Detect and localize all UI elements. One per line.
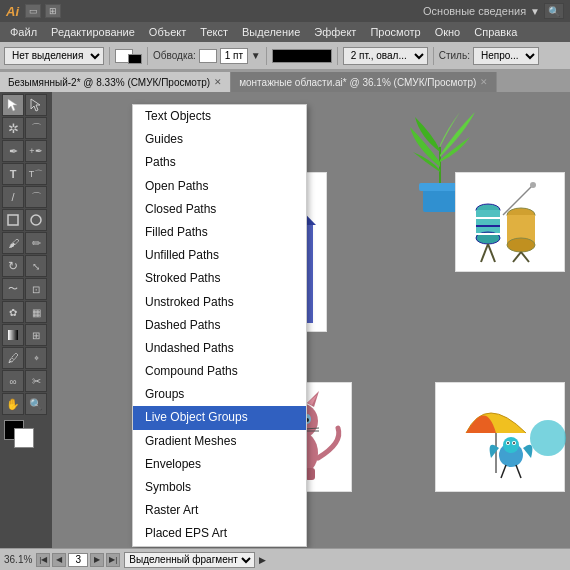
dropdown-item-16[interactable]: Symbols [133, 476, 306, 499]
tab-0-close[interactable]: ✕ [214, 77, 222, 87]
stroke-preview-swatch [272, 49, 332, 63]
prev-page-button[interactable]: ◀ [52, 553, 66, 567]
tab-bar: Безымянный-2* @ 8.33% (СМУК/Просмотр) ✕ … [0, 70, 570, 92]
tool-brush[interactable]: 🖌 [2, 232, 24, 254]
tab-0-label: Безымянный-2* @ 8.33% (СМУК/Просмотр) [8, 77, 210, 88]
dropdown-item-18[interactable]: Placed EPS Art [133, 522, 306, 545]
tool-select[interactable] [2, 94, 24, 116]
stroke-color-swatch-panel[interactable] [14, 428, 34, 448]
menu-effect[interactable]: Эффект [308, 24, 362, 40]
tool-row-1 [2, 94, 50, 116]
tool-panel: ✲ ⌒ ✒ +✒ T T⌒ / ⌒ 🖌 ✏ ↻ ⤡ [0, 92, 52, 548]
canvas-area[interactable]: Text Objects Guides Paths Open Paths Clo… [52, 92, 570, 548]
tool-direct-select[interactable] [25, 94, 47, 116]
dropdown-item-4[interactable]: Closed Paths [133, 198, 306, 221]
tool-line[interactable]: / [2, 186, 24, 208]
tool-lasso[interactable]: ⌒ [25, 117, 47, 139]
dropdown-item-2[interactable]: Paths [133, 151, 306, 174]
tool-pencil[interactable]: ✏ [25, 232, 47, 254]
tool-hand[interactable]: ✋ [2, 393, 24, 415]
menu-view[interactable]: Просмотр [364, 24, 426, 40]
dropdown-item-12[interactable]: Groups [133, 383, 306, 406]
dropdown-item-15[interactable]: Envelopes [133, 453, 306, 476]
main-area: ✲ ⌒ ✒ +✒ T T⌒ / ⌒ 🖌 ✏ ↻ ⤡ [0, 92, 570, 548]
style-dropdown[interactable]: Непро... [473, 47, 539, 65]
tool-ellipse[interactable] [25, 209, 47, 231]
stroke-swatch[interactable] [128, 54, 142, 64]
tool-area-type[interactable]: T⌒ [25, 163, 47, 185]
tool-magic-wand[interactable]: ✲ [2, 117, 24, 139]
dropdown-list[interactable]: Text Objects Guides Paths Open Paths Clo… [132, 104, 307, 547]
dropdown-item-13[interactable]: Live Object Groups [133, 406, 306, 429]
dropdown-arrow[interactable]: ▼ [530, 6, 540, 17]
tool-row-8: ↻ ⤡ [2, 255, 50, 277]
svg-point-14 [507, 238, 535, 252]
tab-1[interactable]: монтажные области.ai* @ 36.1% (СМУК/Прос… [231, 72, 497, 92]
svg-line-15 [481, 244, 488, 262]
menu-select[interactable]: Выделение [236, 24, 306, 40]
tool-scale[interactable]: ⤡ [25, 255, 47, 277]
title-bar: Ai ▭ ⊞ Основные сведения ▼ 🔍 [0, 0, 570, 22]
dropdown-item-7[interactable]: Stroked Paths [133, 267, 306, 290]
menu-object[interactable]: Объект [143, 24, 192, 40]
status-mode-dropdown[interactable]: Выделенный фрагмент [124, 552, 255, 568]
dots-dropdown[interactable]: 2 пт., овал... [343, 47, 428, 65]
menu-window[interactable]: Окно [429, 24, 467, 40]
tool-measure[interactable]: ⌖ [25, 347, 47, 369]
tb-icon-2[interactable]: ⊞ [45, 4, 61, 18]
tool-rotate[interactable]: ↻ [2, 255, 24, 277]
tool-symbol[interactable]: ✿ [2, 301, 24, 323]
svg-line-55 [516, 465, 521, 478]
search-button[interactable]: 🔍 [544, 3, 564, 19]
tab-1-close[interactable]: ✕ [480, 77, 488, 87]
stroke-arrow[interactable]: ▼ [251, 50, 261, 61]
menu-bar: Файл Редактирование Объект Текст Выделен… [0, 22, 570, 42]
status-bar: 36.1% |◀ ◀ ▶ ▶| Выделенный фрагмент ▶ [0, 548, 570, 570]
tool-free-transform[interactable]: ⊡ [25, 278, 47, 300]
menu-edit[interactable]: Редактирование [45, 24, 141, 40]
tab-0[interactable]: Безымянный-2* @ 8.33% (СМУК/Просмотр) ✕ [0, 72, 231, 92]
tool-row-3: ✒ +✒ [2, 140, 50, 162]
selection-dropdown[interactable]: Нет выделения [4, 47, 104, 65]
first-page-button[interactable]: |◀ [36, 553, 50, 567]
menu-help[interactable]: Справка [468, 24, 523, 40]
dropdown-item-9[interactable]: Dashed Paths [133, 314, 306, 337]
dropdown-item-11[interactable]: Compound Paths [133, 360, 306, 383]
tool-row-2: ✲ ⌒ [2, 117, 50, 139]
dropdown-item-0[interactable]: Text Objects [133, 105, 306, 128]
tool-blend[interactable]: ∞ [2, 370, 24, 392]
menu-text[interactable]: Текст [194, 24, 234, 40]
tool-eyedropper[interactable]: 🖊 [2, 347, 24, 369]
tb-icon-1[interactable]: ▭ [25, 4, 41, 18]
dropdown-item-17[interactable]: Raster Art [133, 499, 306, 522]
dropdown-item-1[interactable]: Guides [133, 128, 306, 151]
dropdown-item-10[interactable]: Undashed Paths [133, 337, 306, 360]
style-label: Стиль: [439, 50, 470, 61]
tool-scissors[interactable]: ✂ [25, 370, 47, 392]
tool-zoom[interactable]: 🔍 [25, 393, 47, 415]
dropdown-item-14[interactable]: Gradient Meshes [133, 430, 306, 453]
tool-gradient[interactable] [2, 324, 24, 346]
next-page-button[interactable]: ▶ [90, 553, 104, 567]
tool-warp[interactable]: 〜 [2, 278, 24, 300]
tool-anchor[interactable]: +✒ [25, 140, 47, 162]
tool-mesh[interactable]: ⊞ [25, 324, 47, 346]
svg-point-53 [513, 442, 515, 444]
dropdown-item-8[interactable]: Unstroked Paths [133, 291, 306, 314]
page-number-input[interactable] [68, 553, 88, 567]
tool-pen[interactable]: ✒ [2, 140, 24, 162]
stroke-size-input[interactable] [220, 48, 248, 64]
dropdown-item-3[interactable]: Open Paths [133, 175, 306, 198]
tool-arc[interactable]: ⌒ [25, 186, 47, 208]
menu-file[interactable]: Файл [4, 24, 43, 40]
dropdown-item-5[interactable]: Filled Paths [133, 221, 306, 244]
last-page-button[interactable]: ▶| [106, 553, 120, 567]
beach-illustration [435, 382, 565, 492]
tool-rect[interactable] [2, 209, 24, 231]
dropdown-item-6[interactable]: Unfilled Paths [133, 244, 306, 267]
status-arrow[interactable]: ▶ [259, 555, 266, 565]
tool-row-10: ✿ ▦ [2, 301, 50, 323]
stroke-color-swatch[interactable] [199, 49, 217, 63]
tool-type[interactable]: T [2, 163, 24, 185]
tool-column[interactable]: ▦ [25, 301, 47, 323]
